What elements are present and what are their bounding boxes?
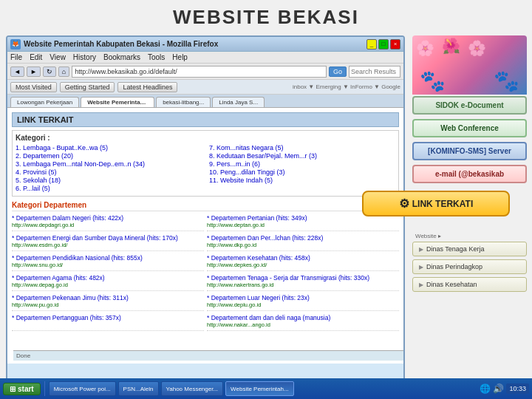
taskbar-separator <box>44 381 45 396</box>
list-item[interactable]: 8. Kedutaan Besar/Pejal. Mem...r (3) <box>209 152 395 160</box>
link-terkait-badge: ⚙ LINK TERKATI <box>362 191 510 216</box>
home-button[interactable]: ⌂ <box>58 66 69 77</box>
list-item[interactable]: * Departemen Agama (hits: 482x) http://w… <box>12 274 204 291</box>
list-item[interactable]: 7. Kom...nitas Negara (5) <box>209 144 395 151</box>
back-button[interactable]: ◄ <box>10 66 24 77</box>
kategori-col-left: 1. Lembaga - Bupat..Ke..wa (5) 2. Depart… <box>16 144 202 193</box>
taskbar-item-0[interactable]: Microsoft Power poi... <box>49 381 116 396</box>
arrow-icon: ▶ <box>419 282 423 288</box>
dept-grid: * Departemen Dalam Negeri (hits: 422x) h… <box>12 214 399 331</box>
address-bar[interactable] <box>72 66 327 78</box>
menu-view[interactable]: View <box>50 53 66 61</box>
network-icon: 🌐 <box>480 383 491 394</box>
taskbar-item-3[interactable]: Website Pemerintah... <box>225 381 294 396</box>
search-input[interactable] <box>349 66 400 78</box>
menu-tools[interactable]: Tools <box>148 53 165 61</box>
list-item[interactable]: * Departemen Pendidikan Nasional (hits: … <box>12 254 204 271</box>
menu-bookmarks[interactable]: Bookmarks <box>103 53 140 61</box>
list-item[interactable]: 2. Departemen (20) <box>16 152 202 160</box>
smurf-char-2: 🐾 <box>494 69 519 93</box>
window-controls: _ □ × <box>366 39 400 50</box>
reload-button[interactable]: ↻ <box>43 66 56 77</box>
taskbar: ⊞ start Microsoft Power poi... PSN...Ale… <box>0 378 532 399</box>
tray-clock: 10:33 <box>506 383 529 394</box>
taskbar-tray: 🌐 🔊 10:33 <box>480 383 529 394</box>
windows-icon: ⊞ <box>10 385 16 393</box>
arrow-icon: ▶ <box>419 264 423 270</box>
right-link-kesehatan[interactable]: ▶ Dinas Kesehatan <box>412 277 527 292</box>
browser-titlebar: 🦊 Website Pemerintah Kabupaten Bekasi - … <box>7 37 403 52</box>
list-item[interactable]: 4. Provinsi (5) <box>16 168 202 176</box>
list-item[interactable]: 1. Lembaga - Bupat..Ke..wa (5) <box>16 144 202 151</box>
browser-content[interactable]: LINK TERKAIT Kategori : 1. Lembaga - Bup… <box>7 108 403 364</box>
kominfo-button[interactable]: [KOMINFO-SMS] Server <box>412 142 527 160</box>
list-item[interactable]: 5. Sekolah (18) <box>16 177 202 184</box>
flower-deco-1: 🌸 <box>416 39 434 57</box>
menu-file[interactable]: File <box>10 53 22 61</box>
right-link-tenaga-kerja[interactable]: ▶ Dinas Tenaga Kerja <box>412 242 527 256</box>
menu-help[interactable]: Help <box>172 53 188 61</box>
list-item[interactable]: * Departemen Luar Negeri (hits: 23x) htt… <box>207 294 399 311</box>
firefox-icon: 🦊 <box>10 39 21 50</box>
getting-started-button[interactable]: Getting Started <box>60 82 115 92</box>
link-terkait-header: LINK TERKAIT <box>12 112 399 127</box>
kategori-col-right: 7. Kom...nitas Negara (5) 8. Kedutaan Be… <box>209 144 395 193</box>
right-link-label: Dinas Kesehatan <box>426 281 477 288</box>
browser-tabbar: Lowongan Pekerjaan Website Pemerintah K.… <box>7 95 403 108</box>
flower-deco-3: 🌸 <box>468 39 486 57</box>
most-visited-button[interactable]: Most Visited <box>10 82 57 92</box>
tab-2[interactable]: bekasi-litbang... <box>156 97 211 107</box>
taskbar-item-1[interactable]: PSN...Aleln <box>118 381 159 396</box>
list-item[interactable]: * Departemen Pertanian (hits: 349x) http… <box>207 214 399 231</box>
menu-history[interactable]: History <box>73 53 96 61</box>
maximize-button[interactable]: □ <box>378 39 389 50</box>
tab-1[interactable]: Website Pemerintah K... <box>81 97 154 107</box>
tab-3[interactable]: Linda Jaya S... <box>212 97 265 107</box>
latest-headlines-button[interactable]: Latest Headlines <box>117 82 177 92</box>
list-item[interactable]: * Departemen Pertangguan (hits: 357x) <box>12 314 204 331</box>
browser-toolbar: Most Visited Getting Started Latest Head… <box>7 80 403 95</box>
list-item[interactable]: * Departemen Dalam Negeri (hits: 422x) h… <box>12 214 204 231</box>
gear-icon: ⚙ <box>399 197 409 211</box>
website-label: Website ▸ <box>412 233 527 239</box>
webconf-button[interactable]: Web Conference <box>412 119 527 137</box>
status-text: Done <box>16 352 30 359</box>
list-item[interactable]: * Departemen Tenaga - Serja dar Transmig… <box>207 274 399 291</box>
minimize-button[interactable]: _ <box>366 39 377 50</box>
kategori-section: Kategori : 1. Lembaga - Bupat..Ke..wa (5… <box>12 130 399 197</box>
tab-0[interactable]: Lowongan Pekerjaan <box>10 97 79 107</box>
page-title: WEBSITE BEKASI <box>173 6 359 28</box>
volume-icon: 🔊 <box>493 383 504 394</box>
list-item[interactable]: 3. Lembaga Pem...ntal Non-Dep..em..n (34… <box>16 160 202 168</box>
list-item[interactable]: * Departement dam dan deli naga (manusia… <box>207 314 399 331</box>
list-item[interactable]: 11. Website Indah (5) <box>209 177 395 184</box>
right-link-label: Dinas Perindagkop <box>426 263 482 270</box>
right-panel-buttons: SIDOK e-Document Web Conference [KOMINFO… <box>412 96 527 188</box>
go-button[interactable]: Go <box>329 66 347 77</box>
browser-menubar: File Edit View History Bookmarks Tools H… <box>7 52 403 64</box>
list-item[interactable]: 6. P...lail (5) <box>16 185 202 192</box>
list-item[interactable]: * Departemen Kesehatan (hits: 458x) http… <box>207 254 399 271</box>
start-button[interactable]: ⊞ start <box>3 383 41 395</box>
taskbar-item-2[interactable]: Yahoo Messenger... <box>161 381 224 396</box>
browser-title: Website Pemerintah Kabupaten Bekasi - Mo… <box>24 40 366 48</box>
browser-statusbar: Done <box>13 350 405 361</box>
close-button[interactable]: × <box>390 39 400 50</box>
dept-section-title: Kategori Departemen <box>12 201 399 211</box>
info-bar-text: inbox ▼ Emerging ▼ InFormo ▼ Google <box>293 83 400 90</box>
right-panel-header: 🌸 🌺 🌸 🐾 🐾 <box>412 35 527 95</box>
menu-edit[interactable]: Edit <box>30 53 42 61</box>
list-item[interactable]: * Departemen Dan Per...lchan (hits: 228x… <box>207 234 399 251</box>
forward-button[interactable]: ► <box>27 66 41 77</box>
flower-deco-2: 🌺 <box>442 37 460 55</box>
list-item[interactable]: * Departemen Pekenaan Jimu (hits: 311x) … <box>12 294 204 311</box>
list-item[interactable]: 10. Peng...dilan Tinggi (3) <box>209 168 395 176</box>
right-link-perindagkop[interactable]: ▶ Dinas Perindagkop <box>412 259 527 274</box>
list-item[interactable]: * Departemen Energi dan Sumber Daya Mine… <box>12 234 204 251</box>
sidok-button[interactable]: SIDOK e-Document <box>412 96 527 115</box>
smurf-char-1: 🐾 <box>420 69 446 93</box>
arrow-icon: ▶ <box>419 246 423 253</box>
dept-section: Kategori Departemen * Departemen Dalam N… <box>12 201 399 331</box>
list-item[interactable]: 9. Pers...m..in (6) <box>209 160 395 168</box>
email-button[interactable]: e-mail (@bekasikab <box>412 165 527 183</box>
